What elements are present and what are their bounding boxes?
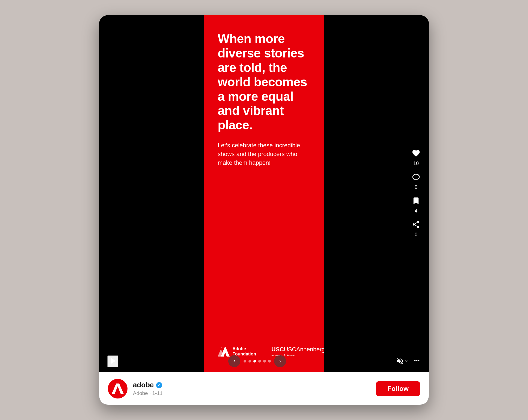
- verified-icon: ✓: [156, 382, 162, 388]
- username: adobe: [133, 381, 154, 389]
- carousel-next-button[interactable]: [274, 355, 286, 367]
- more-options-button[interactable]: [413, 357, 421, 366]
- dot-5[interactable]: [263, 360, 266, 363]
- carousel-dots: [244, 360, 271, 363]
- carousel-controls: [228, 355, 286, 367]
- bookmark-action[interactable]: 4: [410, 194, 422, 214]
- share-count: 0: [415, 232, 417, 238]
- video-area: When more diverse stories are told, the …: [99, 15, 429, 372]
- headline-text: When more diverse stories are told, the …: [218, 32, 313, 132]
- black-left-panel: [99, 15, 204, 372]
- dot-2[interactable]: [248, 360, 251, 363]
- mute-x: ✕: [405, 359, 408, 363]
- share-action[interactable]: 0: [410, 218, 422, 238]
- tiktok-card: When more diverse stories are told, the …: [99, 15, 429, 405]
- right-controls: ✕: [396, 357, 421, 366]
- bookmark-icon: [410, 194, 422, 207]
- avatar[interactable]: [108, 379, 128, 398]
- sidebar-actions: 10 0: [410, 147, 422, 240]
- red-content-panel: When more diverse stories are told, the …: [204, 15, 324, 372]
- subtext: Let's celebrate these incredible shows a…: [218, 141, 313, 167]
- dot-3[interactable]: [253, 360, 256, 363]
- dot-4[interactable]: [258, 360, 261, 363]
- user-meta: Adobe · 1-11: [133, 390, 371, 396]
- black-right-panel: 10 0: [324, 15, 429, 372]
- comment-count: 0: [415, 184, 417, 190]
- play-button[interactable]: [107, 355, 118, 367]
- heart-icon: [410, 147, 422, 160]
- adobe-logo-avatar: [112, 384, 124, 394]
- comment-action[interactable]: 0: [410, 171, 422, 190]
- comment-icon: [410, 171, 422, 183]
- footer: adobe ✓ Adobe · 1-11 Follow: [99, 372, 429, 405]
- mute-button[interactable]: ✕: [396, 357, 408, 365]
- share-icon: [410, 218, 422, 231]
- username-row: adobe ✓: [133, 381, 371, 389]
- carousel-prev-button[interactable]: [228, 355, 240, 367]
- dot-6[interactable]: [268, 360, 271, 363]
- like-count: 10: [413, 161, 419, 166]
- user-info: adobe ✓ Adobe · 1-11: [133, 381, 371, 396]
- dot-1[interactable]: [244, 360, 246, 363]
- bookmark-count: 4: [415, 208, 417, 214]
- like-action[interactable]: 10: [410, 147, 422, 166]
- video-controls: ✕: [99, 350, 429, 372]
- follow-button[interactable]: Follow: [376, 381, 420, 396]
